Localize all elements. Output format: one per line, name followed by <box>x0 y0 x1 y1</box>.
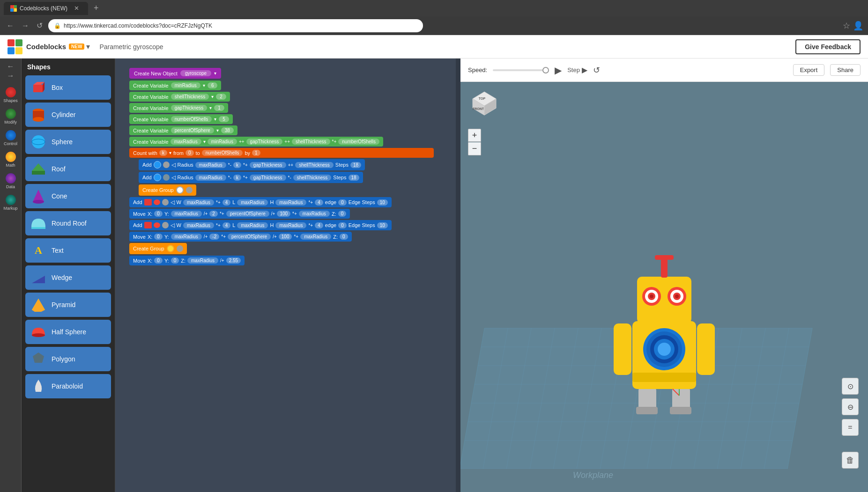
zoom-fit-button[interactable]: ⊙ <box>842 378 859 395</box>
reset-button[interactable]: ↺ <box>593 65 600 75</box>
svg-rect-50 <box>632 373 696 382</box>
speed-slider-handle[interactable] <box>542 67 549 73</box>
sidebar-item-data[interactable]: Data <box>1 171 21 191</box>
var-row-maxradius: Create Variable maxRadius ▾ minRadius ++… <box>129 137 434 147</box>
shape-item-wedge[interactable]: Wedge <box>25 265 111 290</box>
sidebar-item-modify[interactable]: Modify <box>1 106 21 127</box>
step-button[interactable]: Step ▶ <box>567 66 587 74</box>
viewport-right-controls: ⊙ ⊖ = <box>842 378 859 436</box>
address-text: https://www.tinkercad.com/codeblocks?doc… <box>64 22 212 29</box>
box-label: Box <box>52 84 63 91</box>
forward-button[interactable]: → <box>20 21 31 31</box>
speed-slider[interactable] <box>493 69 549 71</box>
pyramid-icon <box>30 296 47 313</box>
var-row-gapthickness: Create Variable gapThickness ▾ 1 <box>129 103 434 113</box>
play-button[interactable]: ▶ <box>555 65 562 76</box>
svg-marker-1 <box>33 82 45 85</box>
roof-label: Roof <box>52 165 66 173</box>
sidebar-item-markup[interactable]: Markup <box>1 192 21 213</box>
cylinder-icon <box>30 106 47 123</box>
polygon-icon <box>30 351 47 367</box>
markup-icon <box>6 195 16 205</box>
refresh-button[interactable]: ↺ <box>35 20 45 31</box>
tab-close-icon[interactable]: ✕ <box>74 5 79 12</box>
right-toolbar: Speed: ▶ Step ▶ ↺ Export Share <box>460 59 868 82</box>
export-button[interactable]: Export <box>793 64 825 76</box>
svg-point-65 <box>650 294 653 298</box>
svg-rect-67 <box>661 258 668 278</box>
shape-item-half-sphere[interactable]: Half Sphere <box>25 320 111 344</box>
move-2-row: Move X: 0 Y: maxRadius /+ -2 *+ percentO… <box>129 232 434 242</box>
back-button[interactable]: ← <box>5 21 16 31</box>
final-move-row: Move X: 0 Y: 0 Z: maxRadius /+ 2.55 <box>129 256 434 265</box>
count-with-block: Count with k ▾ from 0 to numberOfShells … <box>129 148 434 196</box>
svg-point-11 <box>33 200 44 204</box>
var-row-numshells: Create Variable numberOfShells ▾ 5 <box>129 114 434 124</box>
shape-item-pyramid[interactable]: Pyramid <box>25 293 111 317</box>
svg-marker-18 <box>33 352 44 363</box>
paraboloid-icon <box>30 378 47 395</box>
step-label: Step <box>567 66 580 73</box>
svg-rect-68 <box>655 255 674 260</box>
cone-label: Cone <box>52 192 67 200</box>
share-button[interactable]: Share <box>830 64 861 76</box>
shape-item-sphere[interactable]: Sphere <box>25 130 111 154</box>
svg-marker-14 <box>32 276 45 283</box>
dropdown-arrow[interactable]: ▾ <box>86 42 90 51</box>
svg-rect-12 <box>31 227 45 229</box>
give-feedback-button[interactable]: Give Feedback <box>795 39 861 54</box>
svg-marker-16 <box>32 299 45 312</box>
data-label: Data <box>6 184 15 189</box>
sidebar-item-control[interactable]: Control <box>1 128 21 148</box>
svg-text:Workplane: Workplane <box>573 470 613 480</box>
round-roof-label: Round Roof <box>52 220 87 227</box>
svg-rect-9 <box>32 171 45 175</box>
browser-chrome: Codeblocks (NEW) ✕ + <box>0 0 868 16</box>
shape-item-paraboloid[interactable]: Paraboloid <box>25 374 111 398</box>
new-tab-button[interactable]: + <box>90 3 103 13</box>
sphere-icon <box>30 133 47 150</box>
shape-item-cone[interactable]: Cone <box>25 184 111 208</box>
tab-title: Codeblocks (NEW) <box>20 5 67 12</box>
create-new-object-block[interactable]: Create New Object gyroscope ▾ <box>129 68 221 79</box>
new-badge: NEW <box>69 44 84 50</box>
sidebar-item-math[interactable]: Math <box>1 149 21 170</box>
add-sphere-1-row: Add ◁ Radius maxRadius *- k *+ gapThickn… <box>139 159 434 170</box>
modify-label: Modify <box>4 120 17 125</box>
frame-button[interactable]: = <box>842 419 859 436</box>
shape-item-roof[interactable]: Roof <box>25 157 111 181</box>
polygon-label: Polygon <box>52 355 75 363</box>
bookmark-button[interactable]: ☆ <box>843 21 850 31</box>
shape-item-box[interactable]: Box <box>25 75 111 100</box>
add-sphere-2-row: Add ◁ Radius maxRadius *- k *+ gapThickn… <box>139 172 434 183</box>
shape-item-cylinder[interactable]: Cylinder <box>25 103 111 127</box>
create-new-object-row: Create New Object gyroscope ▾ <box>129 68 434 79</box>
address-bar[interactable]: 🔒 https://www.tinkercad.com/codeblocks?d… <box>48 19 423 32</box>
math-icon <box>6 152 16 162</box>
main-layout: ← → Shapes Modify Control Math Data Mark… <box>0 59 868 492</box>
canvas-scrollbar[interactable] <box>456 59 460 492</box>
zoom-out-small-button[interactable]: ⊖ <box>842 398 859 415</box>
svg-point-66 <box>675 294 679 298</box>
markup-label: Markup <box>3 206 17 211</box>
code-canvas[interactable]: Create New Object gyroscope ▾ Create Var… <box>115 59 460 492</box>
svg-rect-47 <box>636 407 658 414</box>
shape-item-text[interactable]: A Text <box>25 238 111 263</box>
create-new-object-value: gyroscope <box>180 70 211 76</box>
svg-rect-56 <box>614 323 631 375</box>
viewport-3d[interactable]: TOP FRONT + − <box>460 82 868 492</box>
control-icon <box>6 130 16 140</box>
dropdown-arrow-icon[interactable]: ▾ <box>214 71 216 76</box>
control-label: Control <box>4 141 17 146</box>
nav-forward-button[interactable]: → <box>7 72 15 80</box>
shape-item-round-roof[interactable]: Round Roof <box>25 211 111 235</box>
right-panel: Speed: ▶ Step ▶ ↺ Export Share <box>460 59 868 492</box>
browser-tab[interactable]: Codeblocks (NEW) ✕ <box>4 2 88 15</box>
profile-button[interactable]: 👤 <box>853 21 863 31</box>
svg-point-55 <box>658 343 671 356</box>
sidebar-item-shapes[interactable]: Shapes <box>1 85 21 105</box>
steps-edge-label: Edge Steps <box>349 199 375 205</box>
trash-button[interactable]: 🗑 <box>842 452 859 469</box>
nav-back-button[interactable]: ← <box>7 62 15 71</box>
shape-item-polygon[interactable]: Polygon <box>25 347 111 371</box>
